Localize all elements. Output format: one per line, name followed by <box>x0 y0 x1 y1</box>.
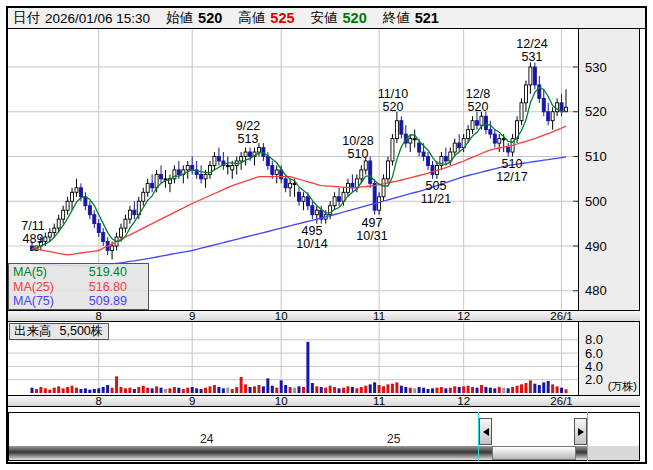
ma5-label: MA(5) <box>13 265 65 280</box>
right-arrow-icon <box>578 428 584 436</box>
price-axis-label: 510 <box>585 150 607 163</box>
x-axis-label: 8 <box>82 395 116 407</box>
scrollbar-empty-segment[interactable] <box>587 446 639 460</box>
high-label: 高値 <box>238 9 265 27</box>
x-axis-label: 12 <box>447 310 481 322</box>
x-axis-label: 8 <box>82 310 116 322</box>
selection-right-guide <box>587 412 588 461</box>
ma75-value: 509.89 <box>65 294 127 309</box>
x-axis-label: 10 <box>264 395 298 407</box>
x-axis-label: 9 <box>175 395 209 407</box>
price-axis-label: 480 <box>585 284 607 297</box>
volume-axis-panel: (万株) 8.06.04.02.0 <box>578 322 640 395</box>
low-label: 安値 <box>311 9 338 27</box>
price-axis-label: 500 <box>585 195 607 208</box>
ma75-label: MA(75) <box>13 294 65 309</box>
volume-value: 5,500株 <box>60 324 104 338</box>
x-axis-strip-top: 8910111226/1 <box>8 310 640 322</box>
stock-chart-widget: 日付 2026/01/06 15:30 始値 520 高値 525 安値 520… <box>0 0 653 470</box>
high-value: 525 <box>270 10 294 26</box>
navigator[interactable] <box>8 412 640 461</box>
open-value: 520 <box>198 10 222 26</box>
volume-axis-label: 8.0 <box>585 333 603 346</box>
date-label: 日付 <box>13 9 40 27</box>
x-axis-label: 10 <box>264 310 298 322</box>
x-axis-strip-bottom: 8910111226/1 <box>8 395 640 407</box>
scrollbar-thumb[interactable] <box>492 446 576 460</box>
price-axis-label: 490 <box>585 240 607 253</box>
ma25-label: MA(25) <box>13 280 65 295</box>
open-label: 始値 <box>166 9 193 27</box>
price-axis-label: 530 <box>585 61 607 74</box>
volume-axis-label: 2.0 <box>585 373 603 386</box>
date-value: 2026/01/06 15:30 <box>45 11 150 26</box>
ma25-value: 516.80 <box>65 280 127 295</box>
close-label: 終値 <box>383 9 410 27</box>
volume-unit-label: (万株) <box>608 379 637 394</box>
navigator-right-handle[interactable] <box>574 418 587 445</box>
close-value: 521 <box>415 10 439 26</box>
low-value: 520 <box>343 10 367 26</box>
chart-frame: 日付 2026/01/06 15:30 始値 520 高値 525 安値 520… <box>6 6 647 464</box>
selection-left-guide <box>478 412 479 461</box>
ma5-value: 519.40 <box>65 265 127 280</box>
x-axis-label: 26/1 <box>545 310 579 322</box>
navigator-year-label: 25 <box>387 432 400 446</box>
price-axis-label: 520 <box>585 105 607 118</box>
ma-legend: MA(5) 519.40 MA(25) 516.80 MA(75) 509.89 <box>8 263 149 310</box>
x-axis-label: 11 <box>362 310 396 322</box>
volume-legend: 出来高5,500株 <box>9 323 109 340</box>
navigator-year-label: 24 <box>200 432 213 446</box>
volume-label: 出来高 <box>14 324 52 338</box>
x-axis-label: 12 <box>447 395 481 407</box>
x-axis-label: 11 <box>362 395 396 407</box>
left-arrow-icon <box>483 428 489 436</box>
x-axis-label: 26/1 <box>545 395 579 407</box>
navigator-left-handle[interactable] <box>479 418 492 445</box>
x-axis-label: 9 <box>175 310 209 322</box>
quote-header: 日付 2026/01/06 15:30 始値 520 高値 525 安値 520… <box>8 8 645 29</box>
price-axis-panel: 530520510500490480 <box>578 29 640 310</box>
